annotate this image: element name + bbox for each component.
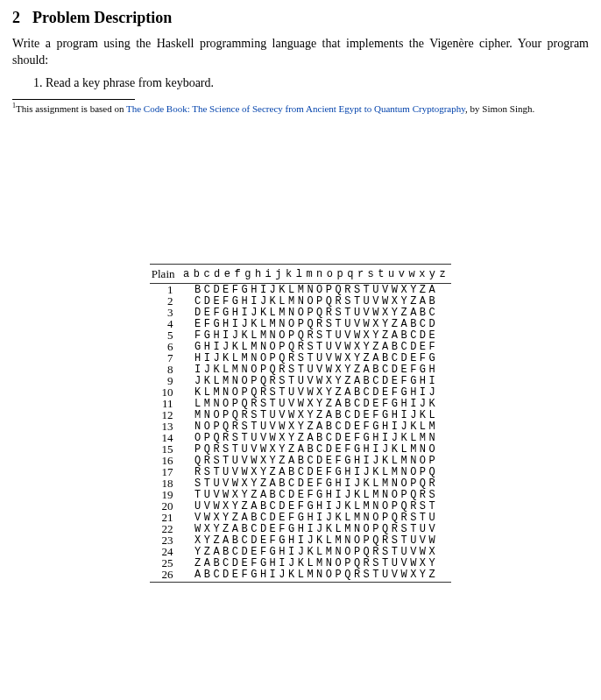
intro-paragraph: Write a program using the Haskell progra… — [12, 36, 589, 69]
row-letters: BCDEFGHIJKLMNOPQRSTUVWXYZA — [182, 284, 451, 296]
section-number: 2 — [12, 9, 20, 27]
row-letters: MNOPQRSTUVWXYZABCDEFGHIJKL — [182, 409, 451, 421]
list-item-text: Read a key phrase from keyboard. — [46, 76, 214, 89]
row-letters: NOPQRSTUVWXYZABCDEFGHIJKLM — [182, 421, 451, 432]
table-row: 15PQRSTUVWXYZABCDEFGHIJKLMNO — [150, 443, 450, 455]
plain-header-label: Plain — [150, 265, 181, 284]
row-number: 2 — [150, 295, 181, 307]
row-letters: LMNOPQRSTUVWXYZABCDEFGHIJK — [182, 398, 451, 409]
list-item: 1. Read a key phrase from keyboard. — [33, 76, 589, 90]
table-header-row: Plainabcdefghijklmnopqrstuvwxyz — [150, 265, 450, 284]
table-row: 1BCDEFGHIJKLMNOPQRSTUVWXYZA — [150, 284, 450, 296]
row-letters: DEFGHIJKLMNOPQRSTUVWXYZABC — [182, 307, 451, 318]
plain-header-letters: abcdefghijklmnopqrstuvwxyz — [182, 265, 451, 284]
table-row: 22WXYZABCDEFGHIJKLMNOPQRSTUV — [150, 523, 450, 534]
table-row: 26ABCDEFGHIJKLMNOPQRSTUVWXYZ — [150, 569, 450, 583]
table-row: 8IJKLMNOPQRSTUVWXYZABCDEFGH — [150, 364, 450, 375]
table-row: 2CDEFGHIJKLMNOPQRSTUVWXYZAB — [150, 295, 450, 307]
row-letters: IJKLMNOPQRSTUVWXYZABCDEFGH — [182, 364, 451, 375]
row-letters: UVWXYZABCDEFGHIJKLMNOPQRST — [182, 500, 451, 512]
row-letters: KLMNOPQRSTUVWXYZABCDEFGHIJ — [182, 386, 451, 398]
table-row: 21VWXYZABCDEFGHIJKLMNOPQRSTU — [150, 512, 450, 523]
row-letters: RSTUVWXYZABCDEFGHIJKLMNOPQ — [182, 466, 451, 477]
table-row: 18STUVWXYZABCDEFGHIJKLMNOPQR — [150, 477, 450, 489]
footnote-rule — [12, 99, 135, 100]
row-letters: XYZABCDEFGHIJKLMNOPQRSTUVW — [182, 534, 451, 546]
row-letters: EFGHIJKLMNOPQRSTUVWXYZABCD — [182, 318, 451, 329]
footnote-text-after: , by Simon Singh. — [465, 103, 534, 113]
row-letters: ZABCDEFGHIJKLMNOPQRSTUVWXY — [182, 557, 451, 569]
row-number: 4 — [150, 318, 181, 329]
table-row: 16QRSTUVWXYZABCDEFGHIJKLMNOP — [150, 455, 450, 466]
row-number: 1 — [150, 284, 181, 296]
row-letters: STUVWXYZABCDEFGHIJKLMNOPQR — [182, 477, 451, 489]
vigenere-tbody: Plainabcdefghijklmnopqrstuvwxyz1BCDEFGHI… — [150, 265, 450, 583]
row-number: 3 — [150, 307, 181, 318]
requirements-list: 1. Read a key phrase from keyboard. — [33, 76, 589, 90]
table-row: 7HIJKLMNOPQRSTUVWXYZABCDEFG — [150, 352, 450, 364]
row-number: 8 — [150, 364, 181, 375]
table-row: 6GHIJKLMNOPQRSTUVWXYZABCDEF — [150, 341, 450, 352]
table-row: 23XYZABCDEFGHIJKLMNOPQRSTUVW — [150, 534, 450, 546]
footnote-link[interactable]: The Code Book: The Science of Secrecy fr… — [126, 103, 465, 113]
row-letters: TUVWXYZABCDEFGHIJKLMNOPQRS — [182, 489, 451, 500]
row-number: 6 — [150, 341, 181, 352]
vigenere-table: Plainabcdefghijklmnopqrstuvwxyz1BCDEFGHI… — [150, 264, 450, 583]
section-title: Problem Description — [32, 9, 172, 26]
table-row: 4EFGHIJKLMNOPQRSTUVWXYZABCD — [150, 318, 450, 329]
row-letters: JKLMNOPQRSTUVWXYZABCDEFGHI — [182, 375, 451, 386]
row-number: 5 — [150, 329, 181, 341]
table-row: 3DEFGHIJKLMNOPQRSTUVWXYZABC — [150, 307, 450, 318]
section-heading: 2Problem Description — [12, 9, 589, 27]
footnote-text-before: This assignment is based on — [16, 103, 126, 113]
row-letters: VWXYZABCDEFGHIJKLMNOPQRSTU — [182, 512, 451, 523]
row-letters: QRSTUVWXYZABCDEFGHIJKLMNOP — [182, 455, 451, 466]
list-item-number: 1. — [33, 76, 43, 89]
row-letters: ABCDEFGHIJKLMNOPQRSTUVWXYZ — [182, 569, 451, 583]
vigenere-table-wrap: Plainabcdefghijklmnopqrstuvwxyz1BCDEFGHI… — [12, 264, 589, 583]
row-letters: OPQRSTUVWXYZABCDEFGHIJKLMN — [182, 432, 451, 443]
table-row: 14OPQRSTUVWXYZABCDEFGHIJKLMN — [150, 432, 450, 443]
table-row: 13NOPQRSTUVWXYZABCDEFGHIJKLM — [150, 421, 450, 432]
table-row: 12MNOPQRSTUVWXYZABCDEFGHIJKL — [150, 409, 450, 421]
row-letters: CDEFGHIJKLMNOPQRSTUVWXYZAB — [182, 295, 451, 307]
table-row: 24YZABCDEFGHIJKLMNOPQRSTUVWX — [150, 546, 450, 557]
table-row: 19TUVWXYZABCDEFGHIJKLMNOPQRS — [150, 489, 450, 500]
row-letters: WXYZABCDEFGHIJKLMNOPQRSTUV — [182, 523, 451, 534]
table-row: 20UVWXYZABCDEFGHIJKLMNOPQRST — [150, 500, 450, 512]
row-number: 7 — [150, 352, 181, 364]
table-row: 25ZABCDEFGHIJKLMNOPQRSTUVWXY — [150, 557, 450, 569]
table-row: 9JKLMNOPQRSTUVWXYZABCDEFGHI — [150, 375, 450, 386]
row-letters: YZABCDEFGHIJKLMNOPQRSTUVWX — [182, 546, 451, 557]
row-letters: GHIJKLMNOPQRSTUVWXYZABCDEF — [182, 341, 451, 352]
row-letters: FGHIJKLMNOPQRSTUVWXYZABCDE — [182, 329, 451, 341]
table-row: 5FGHIJKLMNOPQRSTUVWXYZABCDE — [150, 329, 450, 341]
table-row: 11LMNOPQRSTUVWXYZABCDEFGHIJK — [150, 398, 450, 409]
table-row: 17RSTUVWXYZABCDEFGHIJKLMNOPQ — [150, 466, 450, 477]
table-row: 10KLMNOPQRSTUVWXYZABCDEFGHIJ — [150, 386, 450, 398]
footnote: 1This assignment is based on The Code Bo… — [12, 102, 589, 116]
row-letters: HIJKLMNOPQRSTUVWXYZABCDEFG — [182, 352, 451, 364]
row-letters: PQRSTUVWXYZABCDEFGHIJKLMNO — [182, 443, 451, 455]
spacer — [12, 115, 589, 264]
row-number: 26 — [150, 569, 181, 583]
